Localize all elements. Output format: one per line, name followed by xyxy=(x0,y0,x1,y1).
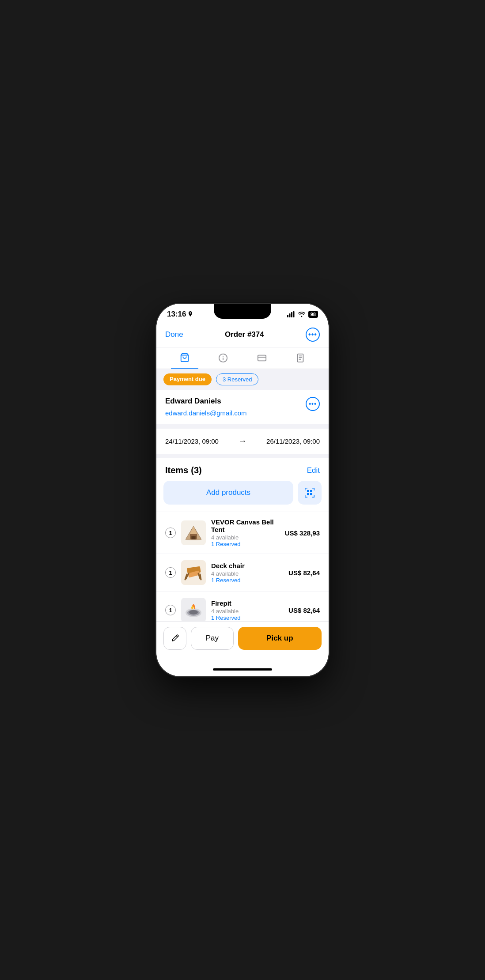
product-image-tent xyxy=(181,520,206,545)
svg-rect-24 xyxy=(307,493,309,495)
items-section: Items (3) Edit Add products xyxy=(156,458,329,621)
product-qty-1: 1 xyxy=(165,528,176,538)
items-header: Items (3) Edit xyxy=(156,458,329,481)
items-count: (3) xyxy=(191,465,201,475)
credit-card-icon xyxy=(257,353,267,363)
items-title: Items xyxy=(165,465,188,475)
add-products-label: Add products xyxy=(206,488,250,497)
reserved-badge: 3 Reserved xyxy=(216,373,258,385)
add-products-row: Add products xyxy=(156,481,329,512)
signal-icon xyxy=(287,311,295,317)
customer-more-button[interactable]: ••• xyxy=(306,397,320,411)
svg-rect-2 xyxy=(291,312,292,317)
product-item-1[interactable]: 1 VEVOR Canvas Bell Tent xyxy=(156,512,329,554)
svg-rect-15 xyxy=(305,488,306,490)
tab-payment[interactable] xyxy=(248,347,276,369)
bottom-actions: Pay Pick up xyxy=(156,621,329,662)
customer-card: Edward Daniels edward.daniels@gmail.com … xyxy=(156,390,329,424)
tab-bar xyxy=(156,347,329,369)
product-price-1: US$ 328,93 xyxy=(285,529,320,537)
product-availability-2: 4 available xyxy=(211,570,283,577)
product-item-3[interactable]: 1 Firepit 4 av xyxy=(156,591,329,621)
pencil-icon xyxy=(171,634,179,643)
product-qty-2: 1 xyxy=(165,567,176,578)
pay-label: Pay xyxy=(206,634,219,643)
date-range-row: 24/11/2023, 09:00 → 26/11/2023, 09:00 xyxy=(156,428,329,454)
start-date: 24/11/2023, 09:00 xyxy=(165,437,219,445)
items-edit-button[interactable]: Edit xyxy=(307,466,320,475)
location-icon xyxy=(188,311,193,317)
barcode-scan-icon xyxy=(304,487,315,498)
svg-point-36 xyxy=(189,610,198,614)
svg-rect-21 xyxy=(314,495,315,498)
home-indicator xyxy=(156,662,329,676)
customer-email[interactable]: edward.daniels@gmail.com xyxy=(165,409,246,417)
pickup-button[interactable]: Pick up xyxy=(238,627,322,650)
product-name-3: Firepit xyxy=(211,599,283,607)
tent-illustration xyxy=(184,524,203,541)
svg-rect-3 xyxy=(293,311,294,317)
svg-rect-25 xyxy=(310,493,312,495)
svg-rect-23 xyxy=(310,490,312,492)
wifi-icon xyxy=(298,311,306,317)
pickup-label: Pick up xyxy=(266,634,293,643)
scan-barcode-button[interactable] xyxy=(298,481,322,505)
tab-info[interactable] xyxy=(209,347,237,369)
status-time: 13:16 xyxy=(167,310,193,319)
product-price-2: US$ 82,64 xyxy=(288,569,320,577)
svg-rect-0 xyxy=(287,315,288,317)
svg-rect-19 xyxy=(305,495,306,498)
phone-shell: 13:16 98 xyxy=(156,304,329,676)
svg-rect-22 xyxy=(307,490,309,492)
cart-icon xyxy=(180,353,189,362)
product-name-1: VEVOR Canvas Bell Tent xyxy=(211,518,280,533)
product-image-firepit xyxy=(181,598,206,621)
more-options-button[interactable]: ••• xyxy=(306,328,320,342)
chair-illustration xyxy=(183,564,204,581)
product-name-2: Deck chair xyxy=(211,562,283,569)
notes-icon xyxy=(296,353,305,363)
product-info-1: VEVOR Canvas Bell Tent 4 available 1 Res… xyxy=(211,518,280,547)
status-badges-row: Payment due 3 Reserved xyxy=(156,369,329,390)
customer-ellipsis-icon: ••• xyxy=(309,400,317,407)
phone-screen: 13:16 98 xyxy=(156,304,329,676)
pay-button[interactable]: Pay xyxy=(191,627,234,650)
done-button[interactable]: Done xyxy=(165,330,183,339)
product-image-chair xyxy=(181,560,206,585)
product-price-3: US$ 82,64 xyxy=(288,607,320,614)
notch xyxy=(214,304,271,319)
edit-action-button[interactable] xyxy=(163,627,186,650)
svg-rect-17 xyxy=(314,488,315,490)
tab-cart[interactable] xyxy=(171,347,198,369)
product-reserved-2: 1 Reserved xyxy=(211,577,283,584)
firepit-illustration xyxy=(184,600,203,620)
home-bar xyxy=(213,668,272,671)
customer-name: Edward Daniels xyxy=(165,397,246,406)
page-title: Order #374 xyxy=(225,330,264,339)
product-item-2[interactable]: 1 Deck chair 4 xyxy=(156,554,329,591)
info-icon xyxy=(218,353,228,363)
product-info-3: Firepit 4 available 1 Reserved xyxy=(211,599,283,621)
payment-due-badge: Payment due xyxy=(163,373,212,385)
svg-rect-1 xyxy=(289,313,290,317)
ellipsis-icon: ••• xyxy=(308,331,317,339)
svg-rect-8 xyxy=(258,355,266,361)
tab-notes[interactable] xyxy=(287,347,314,369)
nav-bar: Done Order #374 ••• xyxy=(156,322,329,347)
time-display: 13:16 xyxy=(167,310,186,319)
status-icons: 98 xyxy=(287,311,318,318)
product-qty-3: 1 xyxy=(165,605,176,615)
battery-display: 98 xyxy=(308,311,318,318)
main-content: Edward Daniels edward.daniels@gmail.com … xyxy=(156,390,329,621)
date-arrow-icon: → xyxy=(239,437,246,446)
end-date: 26/11/2023, 09:00 xyxy=(266,437,320,445)
product-reserved-1: 1 Reserved xyxy=(211,541,280,547)
product-availability-3: 4 available xyxy=(211,608,283,614)
add-products-button[interactable]: Add products xyxy=(163,481,293,505)
product-info-2: Deck chair 4 available 1 Reserved xyxy=(211,562,283,584)
product-availability-1: 4 available xyxy=(211,534,280,541)
product-reserved-3: 1 Reserved xyxy=(211,614,283,621)
